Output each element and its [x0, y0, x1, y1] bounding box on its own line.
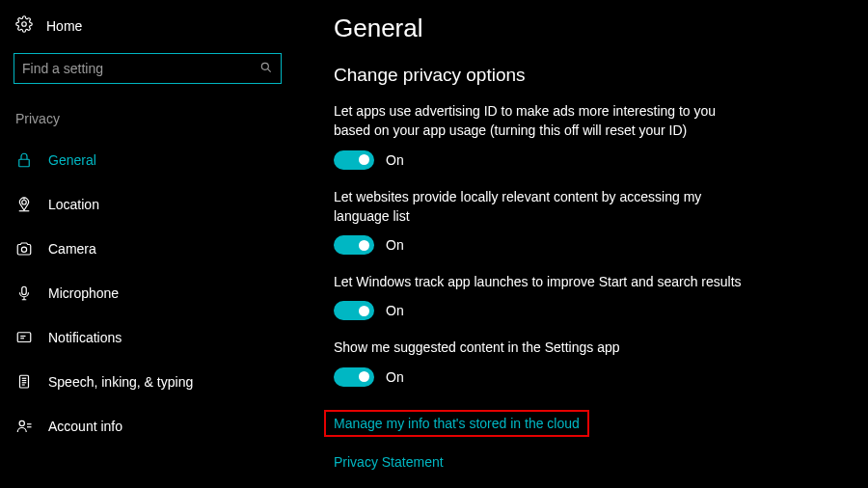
sidebar-item-label: Notifications [48, 330, 122, 345]
toggle-track-launches[interactable] [334, 301, 374, 320]
sidebar-item-location[interactable]: Location [14, 182, 299, 227]
toggle-language-list[interactable] [334, 235, 374, 255]
toggle-knob [359, 240, 369, 251]
option-desc: Show me suggested content in the Setting… [334, 338, 748, 357]
section-heading: Change privacy options [334, 65, 839, 86]
gear-icon [15, 15, 33, 36]
sidebar: Home Privacy General Location Camera Mic… [0, 0, 299, 488]
svg-point-16 [19, 420, 24, 425]
link-manage-cloud-info[interactable]: Manage my info that's stored in the clou… [324, 410, 589, 437]
sidebar-item-label: Speech, inking, & typing [48, 374, 193, 390]
toggle-knob [359, 371, 369, 382]
svg-rect-8 [17, 333, 31, 342]
sidebar-item-label: General [48, 152, 96, 168]
toggle-state: On [386, 152, 404, 168]
toggle-suggested-content[interactable] [334, 367, 374, 387]
svg-line-2 [267, 68, 270, 71]
microphone-icon [15, 285, 33, 302]
toggle-advertising-id[interactable] [334, 150, 374, 170]
sidebar-item-label: Location [48, 197, 99, 212]
option-suggested-content: Show me suggested content in the Setting… [334, 338, 748, 386]
search-input[interactable] [22, 61, 259, 76]
toggle-knob [359, 306, 369, 316]
option-language-list: Let websites provide locally relevant co… [334, 187, 748, 256]
camera-icon [15, 240, 33, 258]
speech-icon [15, 373, 33, 391]
search-icon [259, 61, 273, 77]
sidebar-item-camera[interactable]: Camera [14, 227, 299, 271]
account-icon [15, 418, 33, 435]
sidebar-item-notifications[interactable]: Notifications [14, 315, 299, 360]
notifications-icon [15, 329, 33, 346]
toggle-state: On [386, 237, 404, 253]
sidebar-item-label: Microphone [48, 285, 119, 301]
option-desc: Let apps use advertising ID to make ads … [334, 101, 748, 141]
svg-point-4 [22, 201, 27, 205]
toggle-state: On [386, 303, 404, 318]
sidebar-item-microphone[interactable]: Microphone [14, 271, 299, 315]
location-icon [15, 196, 33, 213]
svg-rect-7 [22, 286, 27, 294]
option-desc: Let Windows track app launches to improv… [334, 272, 748, 291]
sidebar-item-general[interactable]: General [14, 138, 299, 182]
svg-point-1 [261, 63, 268, 69]
search-input-container[interactable] [14, 53, 282, 84]
svg-rect-3 [19, 159, 30, 167]
sidebar-section-title: Privacy [14, 111, 299, 126]
svg-point-0 [22, 22, 27, 27]
svg-point-6 [21, 247, 26, 252]
main-panel: General Change privacy options Let apps … [299, 0, 868, 488]
option-desc: Let websites provide locally relevant co… [334, 187, 748, 227]
link-privacy-statement[interactable]: Privacy Statement [334, 454, 839, 470]
sidebar-item-label: Camera [48, 241, 96, 257]
sidebar-item-account[interactable]: Account info [14, 404, 299, 448]
svg-rect-11 [20, 375, 29, 388]
home-nav[interactable]: Home [14, 15, 299, 36]
option-track-launches: Let Windows track app launches to improv… [334, 272, 748, 320]
page-title: General [334, 14, 839, 43]
sidebar-item-label: Account info [48, 419, 122, 434]
toggle-state: On [386, 369, 404, 385]
home-label: Home [46, 18, 82, 34]
sidebar-item-speech[interactable]: Speech, inking, & typing [14, 360, 299, 404]
toggle-knob [359, 154, 369, 165]
option-advertising-id: Let apps use advertising ID to make ads … [334, 101, 748, 170]
lock-icon [15, 151, 33, 169]
